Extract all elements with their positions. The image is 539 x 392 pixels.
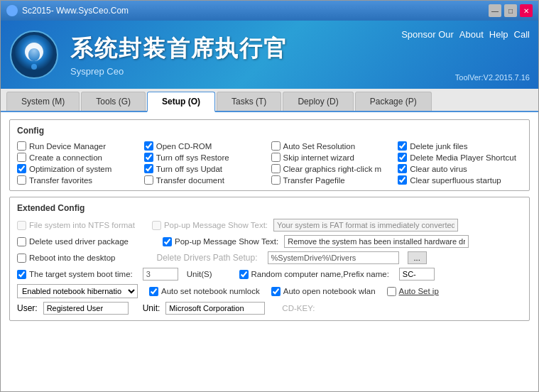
popup-text2-input[interactable] (284, 235, 469, 248)
tab-system[interactable]: System (M) (6, 92, 80, 111)
checkbox-clear-startup-label: Clear superfluous startup (410, 176, 501, 185)
checkbox-reboot-input[interactable] (17, 254, 26, 263)
checkbox-transfer-page-label: Transfer Pagefile (283, 176, 345, 185)
checkbox-transfer-page-input[interactable] (271, 175, 281, 185)
unit-label: Unit(S) (187, 270, 212, 278)
checkbox-optimization-label: Optimization of system (29, 165, 111, 173)
title-bar-left: Sc2015- Www.SysCeo.Com (6, 5, 129, 16)
checkbox-turn-off-updat: Turn off sys Updat (144, 164, 268, 173)
checkbox-numlock-label: Auto set notebook numlock (161, 287, 260, 295)
checkbox-turn-off-restore-input[interactable] (144, 153, 153, 162)
checkbox-numlock-input[interactable] (149, 287, 158, 296)
maximize-button[interactable]: □ (504, 4, 517, 17)
checkbox-random-name-label: Random computer name,Prefix name: (251, 270, 389, 278)
checkbox-delete-driver-input[interactable] (17, 237, 26, 246)
checkbox-clear-graphics: Clear graphics right-click m (271, 164, 396, 173)
user-input[interactable] (43, 302, 129, 315)
checkbox-auto-res: Auto Set Resolution (271, 141, 396, 151)
checkbox-random-name: Random computer name,Prefix name: (239, 270, 389, 279)
checkbox-optimization-input[interactable] (17, 164, 26, 173)
checkbox-wlan-input[interactable] (271, 287, 281, 296)
tab-bar: System (M) Tools (G) Setup (O) Tasks (T)… (1, 89, 538, 112)
ext-row-3: Reboot into the desktop Delete Drivers P… (17, 251, 522, 264)
popup-text1-input[interactable] (273, 219, 458, 232)
config-title: Config (17, 126, 522, 136)
title-bar: Sc2015- Www.SysCeo.Com — □ ✕ (1, 1, 538, 21)
unit-text-label: Unit: (143, 303, 160, 313)
unit-input[interactable] (165, 302, 265, 315)
checkbox-random-name-input[interactable] (239, 270, 249, 279)
checkbox-target-boot-input[interactable] (17, 270, 26, 279)
title-bar-controls: — □ ✕ (489, 4, 533, 17)
checkbox-wlan: Auto open notebook wlan (271, 287, 376, 296)
checkbox-turn-off-restore-label: Turn off sys Restore (156, 153, 229, 162)
header-version: ToolVer:V2.2015.7.16 (455, 73, 530, 82)
checkbox-create-conn-label: Create a connection (29, 153, 102, 162)
checkbox-clear-virus-label: Clear auto virus (410, 165, 467, 173)
minimize-button[interactable]: — (489, 4, 501, 17)
header: 系统封装首席执行官 Sysprep Ceo Sponsor Our About … (1, 21, 538, 89)
tab-setup[interactable]: Setup (O) (147, 92, 215, 112)
tab-deploy[interactable]: Deploy (D) (283, 92, 353, 111)
checkbox-target-boot-label: The target system boot time: (29, 270, 133, 278)
sponsor-link[interactable]: Sponsor Our (401, 29, 454, 40)
svg-point-2 (31, 64, 37, 70)
checkbox-delete-driver-label: Delete used driver package (29, 237, 129, 246)
tab-package[interactable]: Package (P) (355, 92, 432, 111)
checkbox-create-conn-input[interactable] (17, 153, 26, 162)
checkbox-popup1: Pop-up Message Show Text: (152, 221, 268, 230)
checkbox-open-cd-label: Open CD-ROM (156, 142, 212, 151)
ext-row-2: Delete used driver package Pop-up Messag… (17, 235, 522, 248)
checkbox-transfer-fav-input[interactable] (17, 175, 26, 185)
checkbox-auto-res-label: Auto Set Resolution (283, 142, 356, 151)
checkbox-turn-off-updat-label: Turn off sys Updat (156, 165, 222, 173)
cdkey-label: CD-KEY: (282, 304, 315, 312)
checkbox-delete-media: Delete Media Player Shortcut (398, 153, 522, 162)
browse-button[interactable]: ... (408, 251, 427, 264)
checkbox-transfer-doc-input[interactable] (144, 175, 153, 185)
checkbox-skip-wizard-input[interactable] (271, 153, 281, 162)
checkbox-auto-ip-input[interactable] (387, 287, 396, 296)
checkbox-open-cd-input[interactable] (144, 141, 153, 151)
checkbox-transfer-page: Transfer Pagefile (271, 175, 396, 185)
ext-row-1: File system into NTFS format Pop-up Mess… (17, 219, 522, 232)
checkbox-skip-wizard-label: Skip internet wizard (283, 153, 354, 162)
checkbox-delete-junk: Delete junk files (398, 141, 522, 151)
checkbox-delete-junk-input[interactable] (398, 141, 407, 151)
about-link[interactable]: About (459, 29, 484, 40)
tab-tools[interactable]: Tools (G) (81, 92, 146, 111)
checkbox-clear-virus-input[interactable] (398, 164, 407, 173)
checkbox-clear-startup-input[interactable] (398, 175, 407, 185)
checkbox-transfer-fav-label: Transfer favorites (29, 176, 92, 185)
checkbox-skip-wizard: Skip internet wizard (271, 153, 396, 162)
main-window: Sc2015- Www.SysCeo.Com — □ ✕ (0, 0, 539, 392)
checkbox-numlock: Auto set notebook numlock (149, 287, 260, 296)
checkbox-wlan-label: Auto open notebook wlan (283, 287, 376, 295)
checkbox-turn-off-restore: Turn off sys Restore (144, 153, 268, 162)
help-link[interactable]: Help (489, 29, 508, 40)
boot-time-input[interactable] (143, 268, 178, 281)
checkbox-popup1-label: Pop-up Message Show Text: (164, 221, 268, 229)
checkbox-transfer-fav: Transfer favorites (17, 175, 141, 185)
checkbox-turn-off-updat-input[interactable] (144, 164, 153, 173)
checkbox-auto-res-input[interactable] (271, 141, 281, 151)
checkbox-delete-media-input[interactable] (398, 153, 407, 162)
prefix-input[interactable] (399, 268, 435, 281)
notebook-hibernate-select[interactable]: Enabled notebook hibernatio (17, 284, 138, 298)
checkbox-fs-ntfs-input (17, 221, 26, 230)
drivers-path-input[interactable] (268, 251, 399, 264)
checkbox-target-boot: The target system boot time: (17, 270, 133, 279)
tab-tasks[interactable]: Tasks (T) (217, 92, 281, 111)
close-button[interactable]: ✕ (520, 4, 533, 17)
checkbox-transfer-doc: Transfer document (144, 175, 268, 185)
config-checkbox-grid: Run Device Manager Open CD-ROM Auto Set … (17, 141, 522, 185)
checkbox-optimization: Optimization of system (17, 164, 141, 173)
window-title: Sc2015- Www.SysCeo.Com (22, 6, 129, 16)
checkbox-popup2: Pop-up Message Show Text: (163, 237, 278, 246)
checkbox-run-device-label: Run Device Manager (29, 142, 106, 151)
checkbox-popup2-input[interactable] (163, 237, 172, 246)
checkbox-clear-graphics-input[interactable] (271, 164, 281, 173)
checkbox-run-device-input[interactable] (17, 141, 26, 151)
ext-row-5: Enabled notebook hibernatio Auto set not… (17, 284, 522, 298)
call-link[interactable]: Call (514, 29, 530, 40)
